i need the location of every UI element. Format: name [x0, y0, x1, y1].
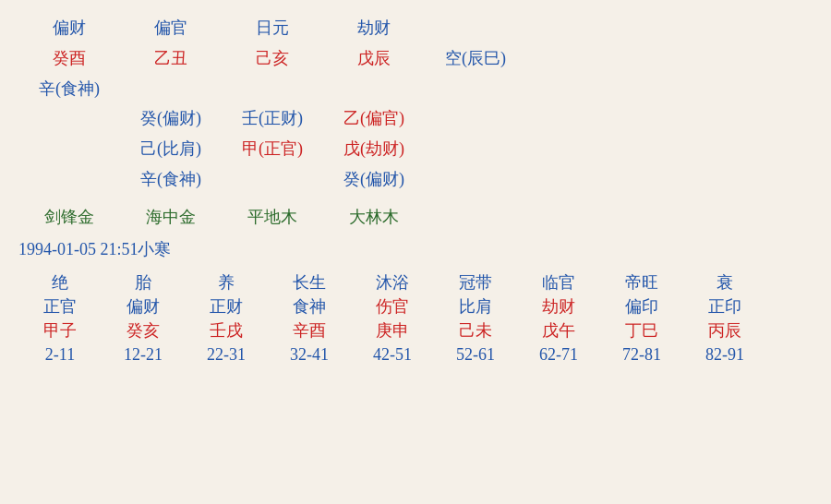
header-labels-row: 偏财 偏官 日元 劫财: [18, 15, 813, 42]
canggan-row-1: 辛(食神): [18, 76, 813, 102]
yun-row-1: 绝 胎 养 长生 沐浴 冠带 临官 帝旺 衰: [18, 271, 813, 294]
yun3-0: 甲子: [18, 319, 102, 342]
yun1-3: 长生: [268, 271, 351, 294]
yun4-8: 82-91: [683, 345, 766, 365]
nayin-0: 剑锋金: [18, 204, 120, 231]
yun1-4: 沐浴: [351, 271, 434, 294]
yun4-0: 2-11: [18, 345, 102, 365]
nayin-row: 剑锋金 海中金 平地木 大林木: [18, 204, 813, 231]
yun2-4: 伤官: [351, 295, 434, 318]
yun1-7: 帝旺: [600, 271, 683, 294]
canggan-row-3: 己(比肩) 甲(正官) 戊(劫财): [18, 136, 813, 162]
dizhi-row: 癸酉 乙丑 己亥 戊辰 空(辰巳): [18, 45, 813, 72]
yun1-8: 衰: [683, 271, 766, 294]
yun-section: 绝 胎 养 长生 沐浴 冠带 临官 帝旺 衰 正官 偏财 正财 食神 伤官 比肩…: [18, 271, 813, 365]
canggan-row-4: 辛(食神) 癸(偏财): [18, 166, 813, 193]
nayin-1: 海中金: [120, 204, 222, 231]
yun4-4: 42-51: [351, 345, 434, 365]
yun-row-2: 正官 偏财 正财 食神 伤官 比肩 劫财 偏印 正印: [18, 295, 813, 318]
date-section: 1994-01-05 21:51小寒: [18, 238, 813, 260]
yun4-3: 32-41: [268, 345, 351, 365]
canggan-1-3: 乙(偏官): [323, 105, 425, 132]
yun1-1: 胎: [102, 271, 185, 294]
yun3-2: 壬戌: [185, 319, 268, 342]
yun3-3: 辛酉: [268, 319, 351, 342]
date-label: 1994-01-05 21:51小寒: [18, 240, 172, 258]
dizhi-3: 戊辰: [323, 45, 425, 72]
canggan-1-2: 壬(正财): [222, 105, 323, 132]
yun3-6: 戊午: [517, 319, 600, 342]
yun2-3: 食神: [268, 295, 351, 318]
yun3-7: 丁巳: [600, 319, 683, 342]
canggan-3-3: 癸(偏财): [323, 166, 425, 193]
canggan-1-1: 癸(偏财): [120, 105, 222, 132]
canggan-3-1: 辛(食神): [120, 166, 222, 193]
yun2-0: 正官: [18, 295, 102, 318]
yun4-7: 72-81: [600, 345, 683, 365]
yun4-1: 12-21: [102, 345, 185, 365]
canggan-row-2: 癸(偏财) 壬(正财) 乙(偏官): [18, 105, 813, 132]
yun1-5: 冠带: [434, 271, 517, 294]
canggan-0-0: 辛(食神): [18, 76, 120, 102]
nayin-2: 平地木: [222, 204, 323, 231]
yun1-6: 临官: [517, 271, 600, 294]
yun2-5: 比肩: [434, 295, 517, 318]
nayin-3: 大林木: [323, 204, 425, 231]
yun4-2: 22-31: [185, 345, 268, 365]
yun3-8: 丙辰: [683, 319, 766, 342]
kong-label: 空(辰巳): [425, 45, 526, 72]
header-label-1: 偏官: [120, 15, 222, 42]
canggan-2-1: 己(比肩): [120, 136, 222, 162]
canggan-2-3: 戊(劫财): [323, 136, 425, 162]
yun3-4: 庚申: [351, 319, 434, 342]
dizhi-2: 己亥: [222, 45, 323, 72]
yun4-5: 52-61: [434, 345, 517, 365]
yun1-2: 养: [185, 271, 268, 294]
yun2-6: 劫财: [517, 295, 600, 318]
yun2-7: 偏印: [600, 295, 683, 318]
yun3-1: 癸亥: [102, 319, 185, 342]
dizhi-0: 癸酉: [18, 45, 120, 72]
yun-row-4: 2-11 12-21 22-31 32-41 42-51 52-61 62-71…: [18, 345, 813, 365]
yun-row-3: 甲子 癸亥 壬戌 辛酉 庚申 己未 戊午 丁巳 丙辰: [18, 319, 813, 342]
header-label-3: 劫财: [323, 15, 425, 42]
yun2-1: 偏财: [102, 295, 185, 318]
header-label-2: 日元: [222, 15, 323, 42]
header-label-0: 偏财: [18, 15, 120, 42]
canggan-2-2: 甲(正官): [222, 136, 323, 162]
canggan-section: 辛(食神) 癸(偏财) 壬(正财) 乙(偏官) 己(比肩) 甲(正官) 戊(劫财…: [18, 76, 813, 193]
yun2-8: 正印: [683, 295, 766, 318]
dizhi-1: 乙丑: [120, 45, 222, 72]
yun4-6: 62-71: [517, 345, 600, 365]
yun3-5: 己未: [434, 319, 517, 342]
yun2-2: 正财: [185, 295, 268, 318]
yun1-0: 绝: [18, 271, 102, 294]
